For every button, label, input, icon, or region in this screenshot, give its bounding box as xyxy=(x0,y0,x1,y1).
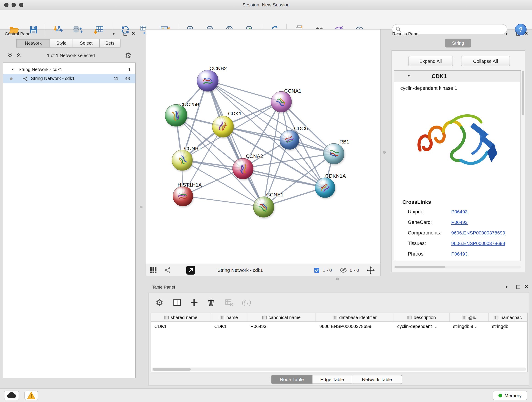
network-view-toolbar: String Network - cdk1 1 - 0 0 - 0 xyxy=(146,264,380,276)
protein-structure-thumbnail xyxy=(201,74,215,88)
genecard-link[interactable]: P06493 xyxy=(451,220,468,225)
protein-structure-thumbnail xyxy=(177,190,189,202)
column-header-id[interactable]: @id xyxy=(450,313,489,322)
network-share-button[interactable] xyxy=(164,264,171,276)
add-column-button[interactable] xyxy=(187,296,201,309)
collapse-panel-icon[interactable]: ▾ xyxy=(113,31,115,36)
tab-sets[interactable]: Sets xyxy=(99,39,120,48)
network-tree: ▾ String Network - cdk1 1 String Network… xyxy=(3,62,136,378)
table-horizontal-scrollbar-thumb[interactable] xyxy=(152,368,191,370)
export-network-button[interactable] xyxy=(186,266,195,275)
tab-network[interactable]: Network xyxy=(16,39,50,48)
expand-all-networks-icon[interactable] xyxy=(16,53,21,59)
function-builder-button-disabled[interactable]: f(x) xyxy=(239,296,253,309)
table-row[interactable]: CDK1 CDK1 P06493 9606.ENSP00000378699 cy… xyxy=(151,322,527,331)
pan-mode-button[interactable] xyxy=(367,264,375,276)
show-columns-button[interactable] xyxy=(170,296,184,309)
tab-edge-table[interactable]: Edge Table xyxy=(312,375,352,384)
table-panel: ⚙ f(x) shared name name canonical name d… xyxy=(148,293,529,386)
column-header-canonical-name[interactable]: canonical name xyxy=(247,313,316,322)
warnings-button[interactable] xyxy=(25,390,38,400)
expand-all-button[interactable]: Expand All xyxy=(408,56,453,66)
memory-label: Memory xyxy=(505,393,522,398)
tab-string[interactable]: String xyxy=(445,39,471,48)
float-panel-icon[interactable] xyxy=(123,32,127,36)
collapse-panel-icon[interactable]: ▾ xyxy=(505,31,507,36)
left-splitter-handle[interactable] xyxy=(140,206,143,208)
tree-expander-icon[interactable]: ▾ xyxy=(12,67,14,71)
column-header-shared-name[interactable]: shared name xyxy=(151,313,211,322)
collapse-section-icon[interactable]: ▾ xyxy=(408,73,410,78)
network-node-CDC25B[interactable] xyxy=(165,104,187,127)
memory-button[interactable]: Memory xyxy=(493,390,527,400)
network-node-CCNB1[interactable] xyxy=(172,150,193,171)
titlebar: Session: New Session xyxy=(0,0,532,11)
column-header-database-identifier[interactable]: database identifier xyxy=(316,313,394,322)
arrow-up-right-icon xyxy=(188,268,193,273)
crosshair-move-icon xyxy=(367,266,375,274)
horizontal-splitter-handle[interactable] xyxy=(336,278,339,280)
collapse-all-networks-icon[interactable] xyxy=(7,53,12,59)
tab-network-table[interactable]: Network Table xyxy=(352,375,402,384)
network-node-RB1[interactable] xyxy=(323,143,344,164)
collapse-panel-icon[interactable]: ▾ xyxy=(505,284,507,289)
column-icon xyxy=(220,315,224,319)
gene-card-header[interactable]: ▾ CDK1 xyxy=(394,70,520,82)
pharos-link[interactable]: P06493 xyxy=(451,251,468,257)
network-node-CCNB2[interactable] xyxy=(197,70,219,92)
float-panel-icon[interactable] xyxy=(516,285,520,289)
node-table-header-row: shared name name canonical name database… xyxy=(151,313,527,322)
delete-table-button-disabled[interactable] xyxy=(222,296,236,309)
window-title: Session: New Session xyxy=(0,2,532,7)
network-node-CCNA2[interactable] xyxy=(232,158,253,179)
cloud-button[interactable] xyxy=(4,390,19,400)
birdseye-view-button[interactable] xyxy=(150,264,157,276)
network-row[interactable]: String Network - cdk1 11 48 xyxy=(3,74,135,83)
network-canvas[interactable]: CCNB2CCNA1CDC25BCDK1CDC6RB1CCNB1CCNA2CDK… xyxy=(146,30,380,264)
selected-counts: 1 - 0 xyxy=(323,264,332,276)
table-panel-title: Table Panel xyxy=(152,284,175,289)
uniprot-link[interactable]: P06493 xyxy=(451,209,468,215)
column-header-description[interactable]: description xyxy=(394,313,450,322)
results-vertical-scrollbar[interactable] xyxy=(522,71,524,115)
close-panel-icon[interactable]: × xyxy=(132,32,135,35)
tab-select[interactable]: Select xyxy=(73,39,100,48)
network-node-CDKN1A[interactable] xyxy=(315,177,335,198)
float-panel-icon[interactable] xyxy=(516,32,520,36)
tissues-link[interactable]: 9606.ENSP00000378699 xyxy=(451,241,505,246)
table-settings-button[interactable]: ⚙ xyxy=(152,296,166,309)
network-node-CCNA1[interactable] xyxy=(271,91,292,112)
network-node-CDK1[interactable] xyxy=(212,116,234,138)
right-splitter-handle[interactable] xyxy=(383,151,386,154)
fx-icon: f(x) xyxy=(242,298,251,306)
cell-namespace: stringdb xyxy=(489,322,527,331)
tab-style[interactable]: Style xyxy=(50,39,73,48)
network-node-label: CDKN1A xyxy=(325,173,346,179)
column-header-name[interactable]: name xyxy=(211,313,247,322)
tab-node-table[interactable]: Node Table xyxy=(271,375,312,384)
cell-description: cyclin-dependent … xyxy=(394,322,450,331)
network-collection-row[interactable]: ▾ String Network - cdk1 1 xyxy=(3,65,135,74)
network-node-label: RB1 xyxy=(339,139,349,144)
warning-icon xyxy=(27,391,36,400)
delete-column-button[interactable] xyxy=(204,296,218,309)
close-panel-icon[interactable]: × xyxy=(525,285,528,288)
close-panel-icon[interactable]: × xyxy=(525,32,528,35)
network-node-HIST1H1A[interactable] xyxy=(173,186,193,206)
network-node-CDC6[interactable] xyxy=(279,130,299,150)
protein-structure-thumbnail xyxy=(272,93,291,111)
selected-checkbox-icon[interactable] xyxy=(314,264,320,276)
crosslinks-heading: CrossLinks xyxy=(402,199,431,205)
crosslink-label: Compartments: xyxy=(408,230,442,236)
results-horizontal-scrollbar-thumb[interactable] xyxy=(394,266,445,268)
collection-label: String Network - cdk1 xyxy=(19,67,62,72)
hidden-eye-icon[interactable] xyxy=(340,264,347,276)
compartments-link[interactable]: 9606.ENSP00000378699 xyxy=(451,230,505,236)
column-header-namespace[interactable]: namespac xyxy=(489,313,527,322)
table-horizontal-scrollbar-track[interactable] xyxy=(152,368,526,371)
network-node-CCNE1[interactable] xyxy=(253,196,274,217)
collapse-all-button[interactable]: Collapse All xyxy=(461,56,510,66)
results-horizontal-scrollbar-track[interactable] xyxy=(394,266,521,269)
network-edges[interactable] xyxy=(146,30,380,264)
network-options-gear-icon[interactable]: ⚙ xyxy=(125,52,132,60)
